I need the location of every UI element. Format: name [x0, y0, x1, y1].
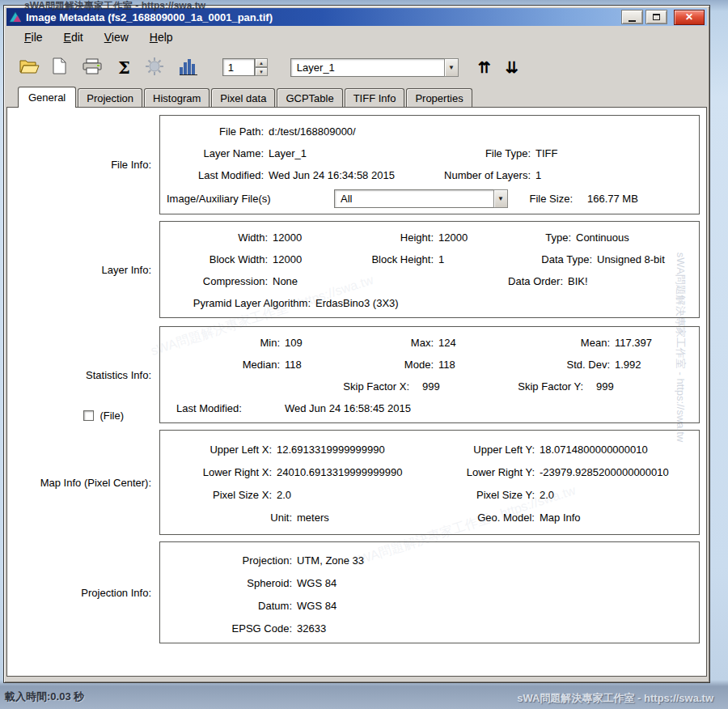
layer-down-button[interactable]: ⇊ — [506, 60, 518, 75]
block-height-label: Block Height: — [369, 253, 434, 265]
file-stats-checkbox-row: (File) — [83, 410, 124, 422]
unit-label: Unit: — [167, 512, 292, 524]
pixel-size-y-value: 2.0 — [540, 489, 554, 501]
window-title: Image Metadata (fs2_168809000_1a_0001_pa… — [26, 11, 621, 23]
map-info-box: Upper Left X: 12.6913319999999990 Upper … — [159, 430, 700, 535]
histogram-button[interactable] — [179, 57, 198, 78]
type-value: Continuous — [576, 231, 629, 244]
data-type-value: Unsigned 8-bit — [597, 253, 665, 265]
new-file-button[interactable] — [53, 57, 66, 77]
tab-page-general: File Info: File Path: d:/test/168809000/… — [6, 107, 707, 677]
toolbar: Σ 1 ▲ ▼ Layer_1 ▼ ⇈ ⇊ — [6, 49, 707, 86]
max-label: Max: — [393, 337, 434, 349]
titlebar[interactable]: Image Metadata (fs2_168809000_1a_0001_pa… — [6, 8, 707, 26]
minimize-button[interactable] — [621, 10, 643, 24]
band-spinner-down[interactable]: ▼ — [255, 67, 268, 76]
file-info-box: File Path: d:/test/168809000/ Layer Name… — [159, 115, 700, 214]
min-value: 109 — [285, 337, 303, 349]
layers-up-icon: ⇈ — [478, 60, 491, 75]
projection-label: Projection: — [167, 554, 292, 567]
lower-right-y-value: -23979.9285200000000010 — [540, 466, 669, 478]
layer-name-label: Layer Name: — [167, 147, 264, 159]
statistics-box: Min: 109 Max: 124 Mean: 117.397 Median: — [159, 326, 700, 423]
block-width-value: 12000 — [273, 253, 302, 265]
aux-files-select-arrow-icon[interactable]: ▼ — [493, 189, 508, 208]
tab-gcptable[interactable]: GCPTable — [277, 88, 342, 107]
projection-info-section: Projection Info: Projection: UTM, Zone 3… — [7, 541, 706, 643]
compute-statistics-button[interactable]: Σ — [118, 59, 130, 76]
map-info-section: Map Info (Pixel Center): Upper Left X: 1… — [7, 430, 706, 535]
file-path-label: File Path: — [167, 125, 264, 138]
close-button[interactable]: ✕ — [674, 10, 705, 25]
lower-right-x-label: Lower Right X: — [167, 466, 272, 478]
layers-down-icon: ⇊ — [506, 60, 518, 75]
projection-info-section-label: Projection Info: — [7, 541, 159, 643]
open-file-button[interactable] — [19, 58, 40, 77]
layer-select[interactable]: Layer_1 ▼ — [290, 58, 459, 77]
layer-name-value: Layer_1 — [269, 147, 307, 159]
layer-up-button[interactable]: ⇈ — [478, 60, 491, 75]
upper-left-y-label: Upper Left Y: — [450, 444, 535, 456]
file-type-value: TIFF — [535, 147, 557, 159]
band-spinner-up[interactable]: ▲ — [255, 58, 268, 67]
pixel-size-x-value: 2.0 — [277, 489, 291, 501]
file-last-modified-label: Last Modified: — [167, 169, 264, 181]
tab-general[interactable]: General — [18, 87, 76, 108]
print-button[interactable] — [83, 58, 102, 77]
upper-left-y-value: 18.0714800000000010 — [540, 444, 648, 456]
file-path-value: d:/test/168809000/ — [269, 125, 356, 138]
max-value: 124 — [438, 337, 456, 349]
width-label: Width: — [167, 231, 268, 244]
tab-tiff-info[interactable]: TIFF Info — [345, 88, 405, 107]
data-order-value: BIK! — [568, 275, 588, 287]
epsg-code-label: EPSG Code: — [167, 622, 292, 635]
unit-value: meters — [297, 512, 329, 524]
pyramid-button[interactable] — [145, 57, 164, 79]
projection-info-box: Projection: UTM, Zone 33 Spheroid: WGS 8… — [159, 541, 700, 643]
tab-projection[interactable]: Projection — [78, 88, 142, 107]
file-stats-checkbox-label: (File) — [99, 410, 124, 422]
tab-pixel-data[interactable]: Pixel data — [211, 88, 275, 107]
median-value: 118 — [285, 359, 302, 371]
min-label: Min: — [167, 337, 280, 349]
pyramid-algorithm-value: ErdasBino3 (3X3) — [315, 297, 399, 309]
sigma-icon: Σ — [118, 59, 130, 76]
band-spinner[interactable]: 1 ▲ ▼ — [222, 58, 268, 76]
histogram-icon — [179, 57, 198, 78]
menu-view[interactable]: View — [95, 28, 138, 47]
number-of-layers-value: 1 — [535, 169, 541, 181]
skip-factor-x-value: 999 — [422, 380, 440, 393]
layer-info-section: Layer Info: Width: 12000 Height: 12000 T… — [7, 221, 706, 318]
skip-factor-x-label: Skip Factor X: — [320, 380, 409, 393]
datum-label: Datum: — [167, 600, 292, 612]
aux-files-select[interactable]: All ▼ — [334, 189, 508, 208]
tab-histogram[interactable]: Histogram — [144, 88, 210, 107]
pixel-size-x-label: Pixel Size X: — [167, 489, 272, 501]
map-info-section-label: Map Info (Pixel Center): — [7, 430, 159, 535]
pyramid-algorithm-label: Pyramid Layer Algorithm: — [167, 297, 311, 309]
upper-left-x-label: Upper Left X: — [167, 444, 272, 456]
geo-model-value: Map Info — [540, 512, 581, 524]
menu-edit[interactable]: Edit — [54, 28, 93, 47]
median-label: Median: — [167, 359, 280, 371]
lower-right-y-label: Lower Right Y: — [450, 466, 535, 478]
file-size-value: 166.77 MB — [587, 193, 638, 205]
maximize-icon — [653, 14, 660, 20]
menu-help[interactable]: Help — [140, 28, 183, 47]
band-spinner-value[interactable]: 1 — [222, 58, 255, 76]
watermark-bottom-right: sWA問題解決專家工作室 - https://swa.tw — [517, 691, 713, 706]
mode-label: Mode: — [393, 359, 434, 371]
data-type-label: Data Type: — [539, 253, 592, 265]
menu-file[interactable]: File — [15, 28, 53, 47]
data-order-label: Data Order: — [369, 275, 563, 287]
file-stats-checkbox[interactable] — [83, 410, 94, 421]
compression-label: Compression: — [167, 275, 268, 287]
height-label: Height: — [369, 231, 434, 244]
layer-select-arrow-icon[interactable]: ▼ — [444, 58, 459, 77]
width-value: 12000 — [273, 231, 302, 244]
mode-value: 118 — [438, 359, 455, 371]
maximize-button[interactable] — [645, 10, 667, 24]
tab-properties[interactable]: Properties — [406, 88, 472, 107]
new-document-icon — [53, 57, 66, 77]
minimize-icon — [629, 15, 636, 22]
